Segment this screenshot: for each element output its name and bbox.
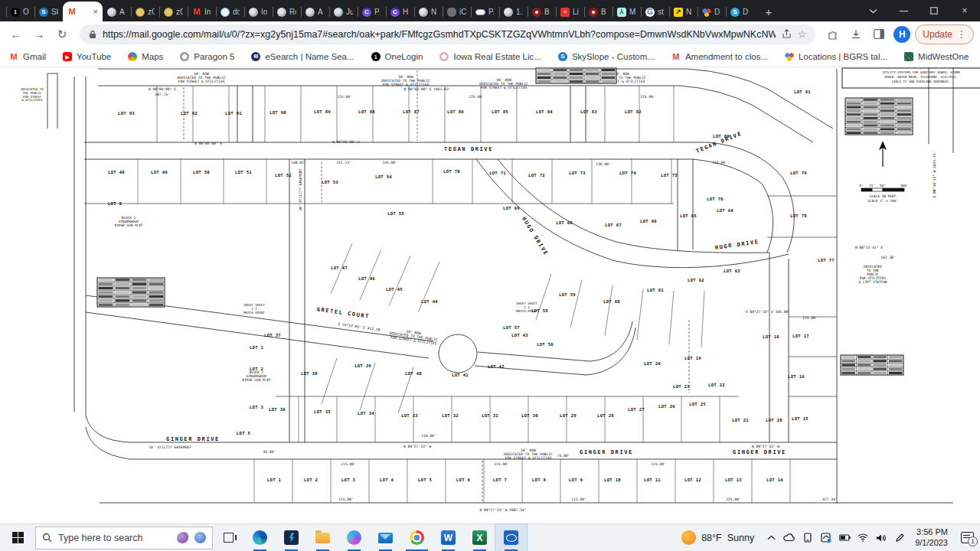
phone-link-icon[interactable] [799, 524, 817, 551]
download-icon[interactable] [846, 24, 866, 44]
mail-taskbar-button[interactable] [370, 524, 401, 551]
new-tab-button[interactable]: + [759, 2, 779, 21]
side-panel-icon[interactable] [869, 24, 889, 44]
browser-tab-9[interactable]: Io [244, 2, 273, 21]
yellowarrow-favicon-icon: ↗ [674, 8, 683, 17]
bookmark-label: Locations | BGRS tal... [799, 52, 887, 61]
browser-tab-3[interactable]: M× [63, 2, 103, 21]
share-icon[interactable] [782, 29, 792, 39]
svg-text:LOT 38: LOT 38 [301, 371, 318, 376]
excel-taskbar-button[interactable]: X [464, 524, 495, 551]
taskbar-search-box[interactable]: Type here to search [35, 527, 213, 549]
maximize-button[interactable] [919, 0, 949, 21]
file-explorer-taskbar-button[interactable] [307, 524, 338, 551]
svg-text:145.00': 145.00' [382, 161, 397, 165]
svg-text:LOT 1: LOT 1 [250, 345, 264, 350]
svg-text:LOT 48: LOT 48 [108, 170, 125, 174]
bookmark-amendment-to-clos[interactable]: MAmendment to clos... [671, 52, 768, 61]
browser-tab-12[interactable]: Ju [329, 2, 358, 21]
bookmark-label: Paragon 5 [194, 52, 234, 61]
bookmark-onelogin[interactable]: 1OneLogin [371, 52, 423, 61]
svg-text:LOT 89: LOT 89 [314, 109, 331, 114]
browser-tab-16[interactable]: iC [443, 2, 471, 21]
browser-tab-26[interactable]: SD [726, 2, 754, 21]
file-explorer-icon [315, 533, 330, 543]
profile-avatar[interactable]: H [893, 26, 910, 43]
svg-text:LOT 11: LOT 11 [644, 478, 661, 482]
browser-tab-24[interactable]: ↗N [669, 2, 697, 21]
close-button[interactable]: × [949, 0, 980, 21]
address-bar[interactable]: https://mail.google.com/mail/u/0/?zx=xg2… [80, 24, 815, 44]
minimize-button[interactable] [888, 0, 919, 21]
word-taskbar-button[interactable]: W [433, 524, 464, 551]
browser-tab-22[interactable]: ⅄M [612, 2, 641, 21]
copilot-taskbar-button[interactable] [338, 524, 370, 551]
tab-search-chevron-icon[interactable] [858, 0, 888, 21]
browser-tab-8[interactable]: do [216, 2, 244, 21]
chrome-taskbar-button[interactable] [401, 524, 433, 551]
wifi-icon[interactable] [854, 524, 872, 551]
copilot-icon [347, 530, 361, 545]
browser-tab-21[interactable]: B [584, 2, 612, 21]
browser-tab-19[interactable]: B [528, 2, 556, 21]
svg-text:LOT 71: LOT 71 [489, 171, 506, 175]
tab-close-icon[interactable]: × [93, 8, 98, 16]
bookmark-esearch-name-sea[interactable]: ≋eSearch | Name Sea... [251, 52, 354, 61]
forward-button[interactable]: → [29, 24, 49, 44]
browser-tab-5[interactable]: zO [131, 2, 159, 21]
taskbar-clock[interactable]: 3:56 PM 9/1/2023 [909, 527, 954, 549]
browser-tab-18[interactable]: 1. [499, 2, 528, 21]
browser-tab-4[interactable]: A [103, 2, 131, 21]
browser-tab-2[interactable]: SSk [34, 2, 63, 21]
bookmark-paragon-5[interactable]: Paragon 5 [180, 52, 234, 61]
volume-icon[interactable] [872, 524, 890, 551]
browser-tab-25[interactable]: D [697, 2, 726, 21]
tab-label: P. [488, 8, 495, 16]
tray-chevron-up-icon[interactable] [762, 524, 780, 551]
chrome-update-button[interactable]: Update ⋮ [915, 24, 974, 44]
bookmark-midwestone[interactable]: MidWestOne [904, 52, 969, 61]
taskbar-weather-widget[interactable]: 88°F Sunny [674, 530, 762, 545]
browser-tab-23[interactable]: Gst [641, 2, 669, 21]
browser-tab-1[interactable]: 1O [6, 2, 34, 21]
bookmark-skyslope-custom[interactable]: SSkySlope - Custom... [558, 52, 655, 61]
browser-tab-15[interactable]: N [414, 2, 443, 21]
notification-center-button[interactable]: 1 [954, 524, 980, 551]
browser-tab-17[interactable]: P. [471, 2, 499, 21]
browser-tab-13[interactable]: CP [358, 2, 386, 21]
extensions-puzzle-icon[interactable] [823, 24, 843, 44]
bookmark-iowa-real-estate-lic[interactable]: Iowa Real Estate Lic... [439, 52, 541, 61]
battery-icon[interactable] [835, 524, 854, 551]
tab-label: do [233, 8, 240, 16]
svg-text:LOT 67: LOT 67 [605, 223, 622, 227]
task-view-taskbar-button[interactable] [213, 524, 244, 551]
reload-button[interactable]: ↻ [52, 24, 72, 44]
globe-favicon-icon [504, 8, 513, 17]
bookmark-locations-bgrs-tal[interactable]: Locations | BGRS tal... [785, 52, 887, 61]
bookmark-gmail[interactable]: MGmail [9, 52, 46, 61]
bookmark-label: Amendment to clos... [685, 52, 768, 61]
app-bolt-taskbar-button[interactable] [276, 524, 307, 551]
start-button[interactable] [0, 524, 35, 551]
onedrive-cloud-icon[interactable] [780, 524, 799, 551]
browser-tab-7[interactable]: MIn [188, 2, 216, 21]
pen-icon[interactable] [890, 524, 909, 551]
lightblue-favicon-icon [220, 8, 230, 17]
browser-tab-11[interactable]: A [301, 2, 329, 21]
edge-taskbar-button[interactable] [244, 524, 276, 551]
browser-tab-10[interactable]: Re [273, 2, 301, 21]
bookmark-star-icon[interactable]: ☆ [798, 28, 806, 40]
bookmark-youtube[interactable]: ▶YouTube [63, 52, 111, 61]
blue-app-taskbar-button[interactable] [495, 524, 527, 551]
browser-tab-6[interactable]: zO [159, 2, 188, 21]
edge-tray-icon[interactable] [817, 524, 835, 551]
bookmark-maps[interactable]: Maps [128, 52, 163, 61]
svg-text:LOT 16: LOT 16 [788, 374, 805, 379]
svg-text:GINGER DRIVE: GINGER DRIVE [733, 449, 786, 455]
svg-text:N 88°13'51" E: N 88°13'51" E [855, 246, 883, 249]
onelogin-favicon-icon: 1 [371, 52, 381, 61]
browser-tab-20[interactable]: ≡Li [556, 2, 584, 21]
back-button[interactable]: ← [6, 24, 26, 44]
task-view-icon [224, 533, 234, 543]
browser-tab-14[interactable]: CH [386, 2, 414, 21]
